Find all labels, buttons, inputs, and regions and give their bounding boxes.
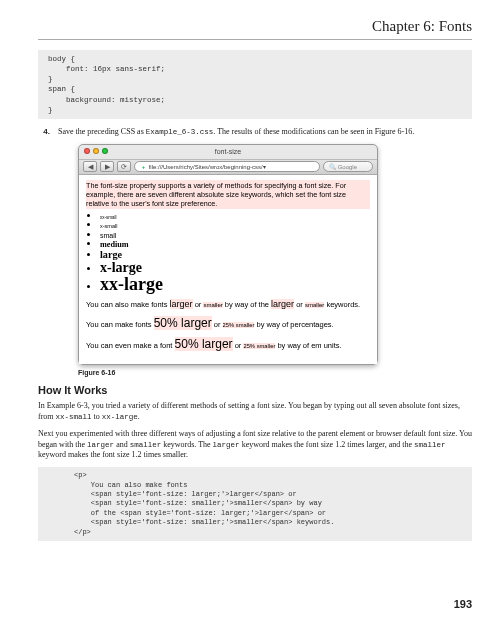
browser-toolbar: ◀ ▶ ⟳ + file:///Users/richy/Sites/wrox/b… — [79, 159, 377, 175]
figure-caption: Figure 6-16 — [78, 369, 472, 376]
add-bookmark-icon[interactable]: + — [140, 162, 147, 172]
step-4: 4. Save the preceding CSS as Example_6-3… — [38, 127, 472, 138]
page-number: 193 — [454, 598, 472, 610]
span-75em: 25% smaller — [243, 343, 275, 349]
code-inline: larger — [87, 441, 114, 449]
code-inline: larger — [213, 441, 240, 449]
font-size-list: xx-small x-small small medium large x-la… — [86, 211, 370, 295]
list-item: x-small — [100, 220, 370, 230]
t: or — [193, 300, 204, 309]
forward-button[interactable]: ▶ — [100, 161, 114, 172]
t: to — [92, 412, 102, 421]
section-heading: How It Works — [38, 384, 472, 396]
code-inline: xx-large — [102, 413, 138, 421]
span-150em: 50% larger — [175, 337, 233, 351]
list-item: small — [100, 230, 370, 239]
span-150pct: 50% larger — [154, 316, 212, 330]
span-larger: larger — [271, 299, 294, 309]
body-paragraph-2: Next you experimented with three differe… — [38, 429, 472, 461]
code-block-html: <p> You can also make fonts <span style=… — [38, 467, 472, 541]
intro-paragraph: The font-size property supports a variet… — [86, 180, 370, 209]
list-item: xx-small — [100, 211, 370, 221]
browser-viewport: The font-size property supports a variet… — [79, 175, 377, 365]
t: by way of em units. — [275, 341, 341, 350]
code-inline: xx-small — [56, 413, 92, 421]
t: or — [212, 320, 223, 329]
code-inline: smaller — [130, 441, 162, 449]
browser-window: font-size ◀ ▶ ⟳ + file:///Users/richy/Si… — [78, 144, 378, 366]
search-input[interactable]: 🔍 Google — [323, 161, 373, 172]
code-block-css: body { font: 16px sans-serif; } span { b… — [38, 50, 472, 119]
step-text: Save the preceding CSS as Example_6-3.cs… — [58, 127, 414, 138]
t: You can also make fonts — [86, 300, 170, 309]
demo-paragraph-3: You can even make a font 50% larger or 2… — [86, 337, 370, 353]
browser-titlebar: font-size — [79, 145, 377, 159]
demo-paragraph-1: You can also make fonts larger or smalle… — [86, 299, 370, 311]
body-paragraph-1: In Example 6-3, you tried a variety of d… — [38, 401, 472, 423]
url-text: file:///Users/richy/Sites/wrox/beginning… — [149, 164, 266, 170]
t: keyword makes the font size 1.2 times sm… — [38, 450, 188, 459]
reload-button[interactable]: ⟳ — [117, 161, 131, 172]
minimize-icon[interactable] — [93, 148, 99, 154]
code-inline: smaller — [414, 441, 446, 449]
t: or — [233, 341, 244, 350]
figure-6-16: font-size ◀ ▶ ⟳ + file:///Users/richy/Si… — [78, 144, 472, 366]
close-icon[interactable] — [84, 148, 90, 154]
t: or — [294, 300, 305, 309]
t: keywords. — [324, 300, 360, 309]
window-controls[interactable] — [84, 148, 108, 154]
span-smaller: smaller — [203, 302, 222, 308]
step-post: . The results of these modifications can… — [213, 127, 414, 136]
step-number: 4. — [38, 127, 58, 138]
back-button[interactable]: ◀ — [83, 161, 97, 172]
t: You can even make a font — [86, 341, 175, 350]
t: keyword makes the font size 1.2 times la… — [240, 440, 414, 449]
t: by way of percentages. — [254, 320, 333, 329]
url-bar[interactable]: + file:///Users/richy/Sites/wrox/beginni… — [134, 161, 320, 172]
t: by way of the — [223, 300, 271, 309]
zoom-icon[interactable] — [102, 148, 108, 154]
list-item: x-large — [100, 261, 370, 276]
search-placeholder: Google — [338, 164, 357, 170]
step-filename: Example_6-3.css — [146, 128, 214, 136]
t: . — [138, 412, 140, 421]
t: You can make fonts — [86, 320, 154, 329]
step-pre: Save the preceding CSS as — [58, 127, 146, 136]
t: keywords. The — [161, 440, 212, 449]
span-75pct: 25% smaller — [223, 322, 255, 328]
span-larger: larger — [170, 299, 193, 309]
list-item: medium — [100, 239, 370, 250]
chapter-title: Chapter 6: Fonts — [38, 18, 472, 40]
demo-paragraph-2: You can make fonts 50% larger or 25% sma… — [86, 316, 370, 332]
t: and — [114, 440, 130, 449]
span-smaller: smaller — [305, 302, 324, 308]
window-title: font-size — [215, 148, 241, 155]
list-item: xx-large — [100, 275, 370, 294]
